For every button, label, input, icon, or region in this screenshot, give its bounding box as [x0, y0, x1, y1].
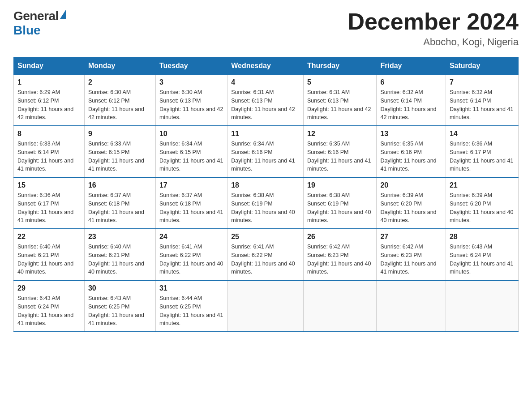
day-info: Sunrise: 6:39 AMSunset: 6:20 PMDaylight:… — [380, 191, 442, 225]
calendar-cell: 11Sunrise: 6:34 AMSunset: 6:16 PMDayligh… — [227, 126, 304, 177]
calendar-cell: 1Sunrise: 6:29 AMSunset: 6:12 PMDaylight… — [14, 75, 85, 126]
day-info: Sunrise: 6:32 AMSunset: 6:14 PMDaylight:… — [380, 88, 442, 122]
calendar-cell: 29Sunrise: 6:43 AMSunset: 6:24 PMDayligh… — [14, 280, 85, 332]
location-subtitle: Abocho, Kogi, Nigeria — [348, 36, 519, 48]
day-info: Sunrise: 6:29 AMSunset: 6:12 PMDaylight:… — [17, 88, 81, 122]
month-title: December 2024 — [348, 9, 519, 34]
day-number: 1 — [17, 78, 81, 86]
calendar-cell: 26Sunrise: 6:42 AMSunset: 6:23 PMDayligh… — [304, 229, 377, 280]
day-number: 29 — [17, 284, 81, 292]
day-number: 13 — [380, 130, 442, 138]
header-sunday: Sunday — [14, 57, 85, 75]
day-number: 3 — [159, 78, 223, 86]
header-thursday: Thursday — [304, 57, 377, 75]
calendar-cell: 19Sunrise: 6:38 AMSunset: 6:19 PMDayligh… — [304, 177, 377, 229]
logo-blue-text: Blue — [13, 23, 41, 38]
logo: General Blue — [13, 9, 66, 38]
calendar-cell: 20Sunrise: 6:39 AMSunset: 6:20 PMDayligh… — [377, 177, 446, 229]
calendar-cell: 31Sunrise: 6:44 AMSunset: 6:25 PMDayligh… — [155, 280, 227, 332]
day-number: 26 — [307, 233, 373, 241]
day-number: 7 — [450, 78, 515, 86]
day-number: 17 — [159, 181, 223, 189]
calendar-cell: 21Sunrise: 6:39 AMSunset: 6:20 PMDayligh… — [446, 177, 518, 229]
calendar-week-row: 1Sunrise: 6:29 AMSunset: 6:12 PMDaylight… — [14, 75, 519, 126]
day-info: Sunrise: 6:40 AMSunset: 6:21 PMDaylight:… — [88, 243, 152, 276]
day-info: Sunrise: 6:41 AMSunset: 6:22 PMDaylight:… — [159, 243, 223, 276]
calendar-header-row: SundayMondayTuesdayWednesdayThursdayFrid… — [14, 57, 519, 75]
day-info: Sunrise: 6:31 AMSunset: 6:13 PMDaylight:… — [231, 88, 300, 122]
day-info: Sunrise: 6:34 AMSunset: 6:16 PMDaylight:… — [231, 140, 300, 173]
calendar-cell: 12Sunrise: 6:35 AMSunset: 6:16 PMDayligh… — [304, 126, 377, 177]
day-info: Sunrise: 6:41 AMSunset: 6:22 PMDaylight:… — [231, 243, 300, 276]
calendar-cell — [227, 280, 304, 332]
day-number: 22 — [17, 233, 81, 241]
day-number: 24 — [159, 233, 223, 241]
calendar-cell: 14Sunrise: 6:36 AMSunset: 6:17 PMDayligh… — [446, 126, 518, 177]
day-info: Sunrise: 6:44 AMSunset: 6:25 PMDaylight:… — [159, 294, 223, 328]
calendar-week-row: 8Sunrise: 6:33 AMSunset: 6:14 PMDaylight… — [14, 126, 519, 177]
day-number: 8 — [17, 130, 81, 138]
day-info: Sunrise: 6:30 AMSunset: 6:12 PMDaylight:… — [88, 88, 152, 122]
day-number: 28 — [450, 233, 515, 241]
day-number: 18 — [231, 181, 300, 189]
calendar-cell: 23Sunrise: 6:40 AMSunset: 6:21 PMDayligh… — [84, 229, 155, 280]
day-info: Sunrise: 6:32 AMSunset: 6:14 PMDaylight:… — [450, 88, 515, 122]
day-number: 27 — [380, 233, 442, 241]
day-number: 21 — [450, 181, 515, 189]
header-tuesday: Tuesday — [155, 57, 227, 75]
day-number: 9 — [88, 130, 152, 138]
calendar-cell: 27Sunrise: 6:42 AMSunset: 6:23 PMDayligh… — [377, 229, 446, 280]
calendar-week-row: 22Sunrise: 6:40 AMSunset: 6:21 PMDayligh… — [14, 229, 519, 280]
calendar-cell: 5Sunrise: 6:31 AMSunset: 6:13 PMDaylight… — [304, 75, 377, 126]
day-info: Sunrise: 6:30 AMSunset: 6:13 PMDaylight:… — [159, 88, 223, 122]
calendar-cell: 25Sunrise: 6:41 AMSunset: 6:22 PMDayligh… — [227, 229, 304, 280]
day-info: Sunrise: 6:33 AMSunset: 6:15 PMDaylight:… — [88, 140, 152, 173]
day-number: 15 — [17, 181, 81, 189]
day-number: 14 — [450, 130, 515, 138]
calendar-cell: 6Sunrise: 6:32 AMSunset: 6:14 PMDaylight… — [377, 75, 446, 126]
calendar-cell: 7Sunrise: 6:32 AMSunset: 6:14 PMDaylight… — [446, 75, 518, 126]
logo-general-text: General — [13, 9, 59, 23]
day-info: Sunrise: 6:35 AMSunset: 6:16 PMDaylight:… — [307, 140, 373, 173]
day-info: Sunrise: 6:33 AMSunset: 6:14 PMDaylight:… — [17, 140, 81, 173]
calendar-cell: 16Sunrise: 6:37 AMSunset: 6:18 PMDayligh… — [84, 177, 155, 229]
calendar-table: SundayMondayTuesdayWednesdayThursdayFrid… — [13, 57, 519, 332]
calendar-cell: 8Sunrise: 6:33 AMSunset: 6:14 PMDaylight… — [14, 126, 85, 177]
calendar-cell — [304, 280, 377, 332]
calendar-cell: 15Sunrise: 6:36 AMSunset: 6:17 PMDayligh… — [14, 177, 85, 229]
day-number: 25 — [231, 233, 300, 241]
day-number: 12 — [307, 130, 373, 138]
calendar-cell — [446, 280, 518, 332]
day-info: Sunrise: 6:43 AMSunset: 6:24 PMDaylight:… — [450, 243, 515, 276]
day-info: Sunrise: 6:40 AMSunset: 6:21 PMDaylight:… — [17, 243, 81, 276]
calendar-cell: 9Sunrise: 6:33 AMSunset: 6:15 PMDaylight… — [84, 126, 155, 177]
header-saturday: Saturday — [446, 57, 518, 75]
page-header: General Blue December 2024 Abocho, Kogi,… — [13, 9, 519, 48]
day-number: 20 — [380, 181, 442, 189]
day-info: Sunrise: 6:35 AMSunset: 6:16 PMDaylight:… — [380, 140, 442, 173]
day-info: Sunrise: 6:43 AMSunset: 6:24 PMDaylight:… — [17, 294, 81, 328]
calendar-cell: 10Sunrise: 6:34 AMSunset: 6:15 PMDayligh… — [155, 126, 227, 177]
day-info: Sunrise: 6:42 AMSunset: 6:23 PMDaylight:… — [380, 243, 442, 276]
day-number: 10 — [159, 130, 223, 138]
calendar-week-row: 15Sunrise: 6:36 AMSunset: 6:17 PMDayligh… — [14, 177, 519, 229]
calendar-cell: 3Sunrise: 6:30 AMSunset: 6:13 PMDaylight… — [155, 75, 227, 126]
day-number: 5 — [307, 78, 373, 86]
day-number: 11 — [231, 130, 300, 138]
calendar-cell — [377, 280, 446, 332]
calendar-cell: 22Sunrise: 6:40 AMSunset: 6:21 PMDayligh… — [14, 229, 85, 280]
day-number: 19 — [307, 181, 373, 189]
day-number: 31 — [159, 284, 223, 292]
header-wednesday: Wednesday — [227, 57, 304, 75]
day-info: Sunrise: 6:37 AMSunset: 6:18 PMDaylight:… — [159, 191, 223, 225]
header-monday: Monday — [84, 57, 155, 75]
day-info: Sunrise: 6:34 AMSunset: 6:15 PMDaylight:… — [159, 140, 223, 173]
calendar-cell: 4Sunrise: 6:31 AMSunset: 6:13 PMDaylight… — [227, 75, 304, 126]
calendar-week-row: 29Sunrise: 6:43 AMSunset: 6:24 PMDayligh… — [14, 280, 519, 332]
calendar-cell: 28Sunrise: 6:43 AMSunset: 6:24 PMDayligh… — [446, 229, 518, 280]
day-number: 6 — [380, 78, 442, 86]
day-number: 2 — [88, 78, 152, 86]
calendar-cell: 30Sunrise: 6:43 AMSunset: 6:25 PMDayligh… — [84, 280, 155, 332]
logo-triangle-icon — [60, 10, 66, 19]
day-info: Sunrise: 6:37 AMSunset: 6:18 PMDaylight:… — [88, 191, 152, 225]
